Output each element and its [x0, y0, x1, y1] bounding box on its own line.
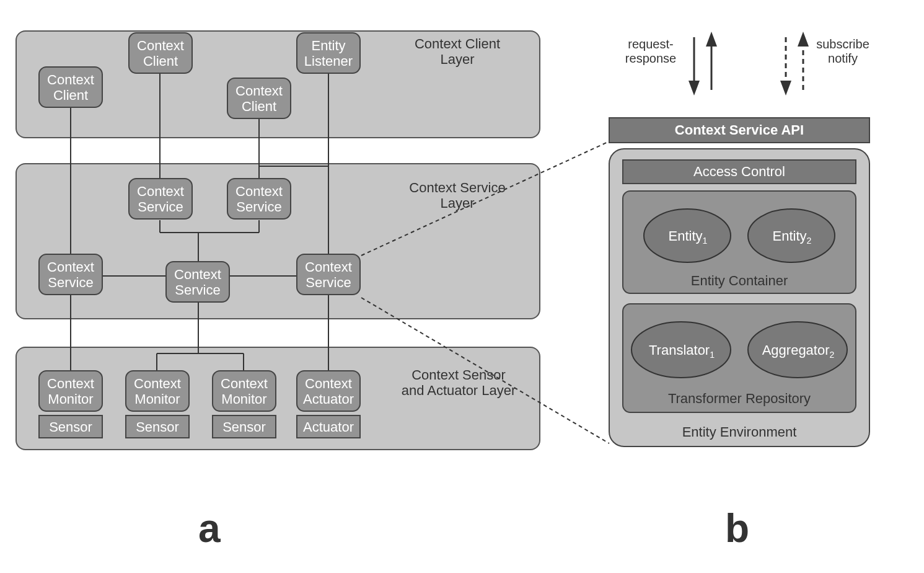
figure-label-b: b [725, 505, 749, 551]
node-context-monitor-1: ContextMonitor [39, 376, 102, 407]
translator: Translator1 [638, 342, 725, 360]
legend-subscribe-notify: subscribenotify [812, 37, 874, 66]
entity-2: Entity2 [761, 228, 823, 246]
transformer-repo: Transformer Repository [623, 391, 856, 406]
aggregator: Aggregator2 [755, 342, 842, 360]
access-control: Access Control [623, 164, 856, 179]
node-sensor-2: Sensor [126, 419, 189, 435]
node-context-service-3: ContextService [39, 259, 102, 291]
node-actuator: Actuator [297, 419, 360, 435]
figure-label-a: a [198, 505, 221, 551]
node-context-service-4: ContextService [166, 267, 229, 298]
layer-service-title: Context ServiceLayer [395, 180, 519, 211]
entity-container: Entity Container [623, 273, 856, 288]
node-context-client-1: ContextClient [39, 72, 102, 104]
node-context-service-2: ContextService [227, 184, 291, 215]
node-context-monitor-2: ContextMonitor [126, 376, 189, 407]
node-context-monitor-3: ContextMonitor [213, 376, 276, 407]
legend-request-response: request-response [620, 37, 682, 66]
layer-sensor-title: Context Sensorand Actuator Layer [384, 367, 533, 399]
node-sensor-1: Sensor [39, 419, 102, 435]
node-sensor-3: Sensor [213, 419, 276, 435]
node-entity-listener: EntityListener [297, 38, 360, 69]
node-context-client-3: ContextClient [227, 83, 291, 115]
node-context-client-2: ContextClient [129, 38, 192, 69]
node-context-service-1: ContextService [129, 184, 192, 215]
architecture-diagram: Context ClientLayer Context ServiceLayer… [0, 0, 924, 573]
node-context-actuator: ContextActuator [297, 376, 360, 407]
layer-client-title: Context ClientLayer [395, 36, 519, 68]
entity-environment: Entity Environment [609, 424, 869, 440]
api-title: Context Service API [609, 122, 869, 138]
entity-1: Entity1 [657, 228, 719, 246]
node-context-service-5: ContextService [297, 259, 360, 291]
